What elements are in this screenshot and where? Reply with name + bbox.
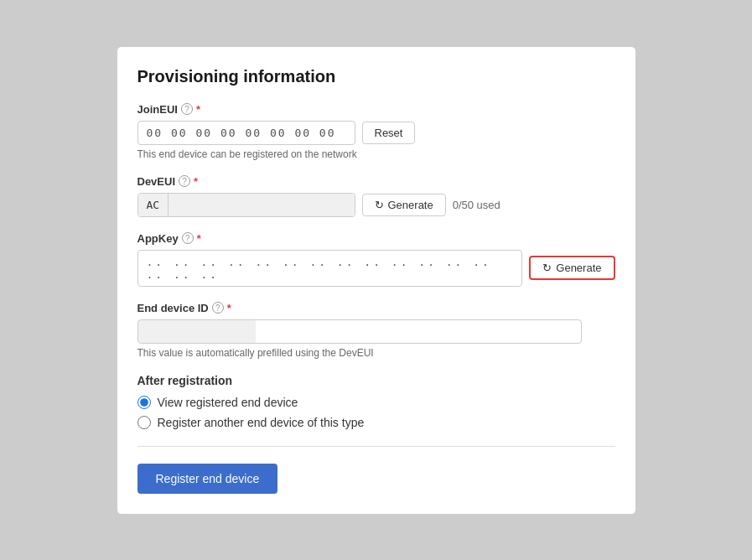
provisioning-card: Provisioning information JoinEUI ? * 00 … [117, 46, 636, 515]
after-registration-group: After registration View registered end d… [137, 374, 615, 429]
deveui-input[interactable] [169, 194, 354, 216]
end-device-id-label: End device ID ? * [137, 302, 615, 314]
deveui-generate-button[interactable]: ↻ Generate [362, 194, 446, 216]
joineui-display: 00 00 00 00 00 00 00 00 [137, 121, 355, 145]
deveui-prefix: AC [138, 194, 169, 216]
deveui-label: DevEUI ? * [137, 175, 615, 188]
joineui-reset-button[interactable]: Reset [362, 122, 416, 144]
register-end-device-button[interactable]: Register end device [137, 464, 278, 494]
deveui-input-row: AC ↻ Generate 0/50 used [137, 193, 615, 217]
appkey-input-row: .. .. .. .. .. .. .. .. .. .. .. .. .. .… [137, 250, 615, 287]
appkey-generate-button[interactable]: ↻ Generate [529, 256, 615, 280]
deveui-used-count: 0/50 used [453, 199, 500, 211]
joineui-help-icon[interactable]: ? [181, 103, 193, 115]
deveui-help-icon[interactable]: ? [179, 175, 190, 187]
after-registration-title: After registration [137, 374, 615, 387]
end-device-id-help-icon[interactable]: ? [212, 302, 224, 314]
end-device-id-input[interactable] [137, 319, 582, 344]
footer-divider [137, 446, 615, 447]
appkey-group: AppKey ? * .. .. .. .. .. .. .. .. .. ..… [137, 232, 615, 287]
deveui-required: * [194, 175, 198, 188]
radio-view-label: View registered end device [158, 396, 298, 409]
after-registration-radio-group: View registered end device Register anot… [137, 396, 615, 429]
radio-register-another-input[interactable] [137, 416, 151, 429]
end-device-id-hint: This value is automatically prefilled us… [137, 347, 615, 359]
radio-view-input[interactable] [137, 396, 151, 409]
deveui-group: DevEUI ? * AC ↻ Generate 0/50 used [137, 175, 615, 217]
deveui-input-wrap: AC [137, 193, 355, 217]
appkey-refresh-icon: ↻ [542, 262, 552, 274]
joineui-required: * [196, 103, 200, 116]
joineui-hint: This end device can be registered on the… [137, 148, 615, 160]
radio-item-register-another[interactable]: Register another end device of this type [137, 416, 615, 429]
appkey-display: .. .. .. .. .. .. .. .. .. .. .. .. .. .… [137, 250, 523, 287]
joineui-label: JoinEUI ? * [137, 103, 615, 116]
end-device-id-group: End device ID ? * This value is automati… [137, 302, 615, 359]
end-device-id-required: * [227, 302, 231, 314]
appkey-help-icon[interactable]: ? [182, 232, 194, 244]
appkey-required: * [197, 232, 201, 245]
appkey-label: AppKey ? * [137, 232, 615, 245]
card-title: Provisioning information [137, 67, 615, 86]
joineui-group: JoinEUI ? * 00 00 00 00 00 00 00 00 Rese… [137, 103, 615, 160]
joineui-input-row: 00 00 00 00 00 00 00 00 Reset [137, 121, 615, 145]
radio-register-another-label: Register another end device of this type [158, 416, 365, 429]
radio-item-view[interactable]: View registered end device [137, 396, 615, 409]
deveui-refresh-icon: ↻ [375, 199, 384, 211]
